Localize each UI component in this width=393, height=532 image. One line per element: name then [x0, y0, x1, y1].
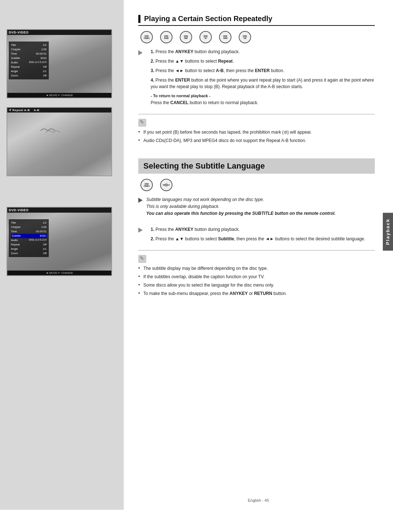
subtitle-steps-container: 1. Press the ANYKEY button during playba… — [138, 226, 375, 245]
screen3-label: DVD-VIDEO — [7, 208, 111, 213]
format-icon-sub-dvd-video: DVDVIDEO — [138, 179, 155, 191]
sub-step-2: 2. Press the ▲▼ buttons to select Subtit… — [151, 236, 365, 242]
intro-line-2: This is only available during playback. — [146, 204, 219, 209]
playing-instructions: 1. Press the ANYKEY button during playba… — [151, 48, 375, 109]
format-icon-dvd-ram: DVDRAM — [158, 31, 175, 43]
s3-menu-item-subtitle: SubtitleENG — [11, 234, 47, 238]
left-panel: DVD-VIDEO Title1/2 Chapter1/26 Time00:00… — [0, 0, 124, 510]
menu-item-audio: AudioENG cc:0 5.1CH — [11, 60, 47, 65]
menu-item-subtitle: SubtitleENG — [11, 56, 47, 60]
s3-menu-item-repeat: RepeatOff — [11, 243, 47, 247]
format-icons-subtitle: DVDVIDEO MPEG4 — [138, 179, 375, 191]
menu-item-chapter: Chapter1/26 — [11, 47, 47, 52]
subtitle-filled-arrow — [138, 198, 143, 203]
format-icon-dvd-plus-rw: DVD+RW — [217, 31, 234, 43]
section-playing-title: Playing a Certain Section Repeatedly — [138, 15, 375, 26]
return-title: - To return to normal playback - — [151, 94, 375, 98]
menu-item-repeat: RepeatOff — [11, 65, 47, 69]
note-icon-2 — [138, 255, 146, 263]
screen-1: DVD-VIDEO Title1/2 Chapter1/26 Time00:00… — [7, 29, 112, 98]
playing-notes-section: If you set point (B) before five seconds… — [138, 114, 375, 144]
section-subtitle-title: Selecting the Subtitle Language — [143, 161, 265, 170]
format-icons-playing: DVDVIDEO DVDRAM DVDRW DVDR — [138, 31, 375, 43]
screen-2: ↺ Repeat A-B A-B — [7, 107, 112, 176]
s3-menu-item-title: Title1/2 — [11, 221, 47, 225]
step-2: 2. Press the ▲▼ buttons to select Repeat… — [151, 58, 375, 64]
note-icon — [138, 119, 146, 127]
right-content: Playing a Certain Section Repeatedly DVD… — [124, 0, 393, 510]
playing-arrow — [138, 50, 146, 55]
step-4: 4. Press the ENTER button at the point w… — [151, 77, 375, 90]
sub-note-2: If the subtitles overlap, disable the ca… — [138, 273, 375, 280]
format-icon-dvd-video: DVDVIDEO — [138, 31, 155, 43]
format-icon-dvd-r: DVDR — [197, 31, 214, 43]
menu-item-angle: Angle1/1 — [11, 69, 47, 74]
subtitle-notes-section: The subtitle display may be different de… — [138, 250, 375, 297]
note-2: Audio CDs(CD-DA), MP3 and MPEG4 discs do… — [138, 137, 375, 144]
menu-item-time: Time00:00:51 — [11, 52, 47, 56]
sub-note-4: To make the sub-menu disappear, press th… — [138, 290, 375, 297]
screen1-menu: Title1/2 Chapter1/26 Time00:00:51 Subtit… — [9, 42, 49, 79]
screen2-label: ↺ Repeat A-B A-B — [7, 108, 111, 113]
format-icon-sub-mpeg4: MPEG4 — [158, 179, 175, 191]
screen2-content — [7, 113, 111, 176]
step-3: 3. Press the ◄► button to select A-B, th… — [151, 67, 375, 74]
screen1-content: Title1/2 Chapter1/26 Time00:00:51 Subtit… — [7, 35, 111, 93]
sub-note-1: The subtitle display may be different de… — [138, 265, 375, 272]
format-icon-dvd-plus-r: DVD+R — [237, 31, 253, 43]
section-subtitle-title-bg: Selecting the Subtitle Language — [138, 158, 375, 174]
note-1: If you set point (B) before five seconds… — [138, 129, 375, 135]
screen3-nav: ◄ MOVE ↵ CHANGE — [7, 271, 111, 275]
intro-line-1: Subtitle languages may not work dependin… — [146, 197, 264, 202]
format-icon-dvd-rw: DVDRW — [178, 31, 194, 43]
sidebar-tab: Playback — [383, 213, 393, 251]
sub-note-3: Some discs allow you to select the langu… — [138, 282, 375, 288]
subtitle-intro: Subtitle languages may not work dependin… — [146, 196, 336, 217]
screen-3: DVD-VIDEO Title1/2 Chapter1/26 Time00:00… — [7, 207, 112, 276]
screen3-content: Title1/2 Chapter1/26 Time00:00:51 Subtit… — [7, 213, 111, 271]
s3-menu-item-angle: Angle1/1 — [11, 247, 47, 251]
menu-item-title: Title1/2 — [11, 43, 47, 47]
subtitle-intro-container: Subtitle languages may not work dependin… — [138, 196, 375, 222]
page-footer: English - 45 — [248, 498, 269, 503]
screen1-label: DVD-VIDEO — [7, 30, 111, 35]
sub-step-1: 1. Press the ANYKEY button during playba… — [151, 226, 365, 233]
s3-menu-item-zoom: ZoomOff — [11, 251, 47, 256]
subtitle-arrow — [138, 228, 146, 233]
s3-menu-item-audio: AudioENG cc:0 5.1CH — [11, 238, 47, 243]
section-subtitle: Selecting the Subtitle Language DVDVIDEO… — [138, 158, 375, 297]
s3-menu-item-chapter: Chapter1/26 — [11, 225, 47, 229]
return-step: Press the CANCEL button to return to nor… — [151, 99, 375, 106]
intro-line-3: You can also operate this function by pr… — [146, 211, 336, 216]
screen3-menu: Title1/2 Chapter1/26 Time00:00:51 Subtit… — [9, 219, 49, 257]
page-container: DVD-VIDEO Title1/2 Chapter1/26 Time00:00… — [0, 0, 393, 510]
menu-item-zoom: ZoomOff — [11, 74, 47, 78]
s3-menu-item-time: Time00:00:51 — [11, 229, 47, 234]
screen1-nav: ◄ MOVE ↵ CHANGE — [7, 93, 111, 98]
section-playing: Playing a Certain Section Repeatedly DVD… — [138, 15, 375, 144]
step-1: 1. Press the ANYKEY button during playba… — [151, 48, 375, 55]
subtitle-instructions: 1. Press the ANYKEY button during playba… — [151, 226, 365, 245]
playing-steps-container: 1. Press the ANYKEY button during playba… — [138, 48, 375, 109]
